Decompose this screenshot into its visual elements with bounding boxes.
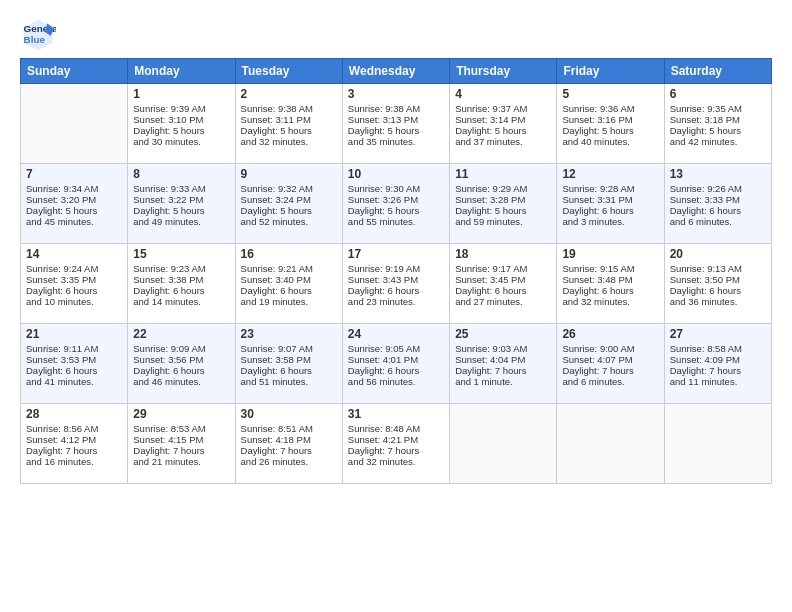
cell-info-line: Sunrise: 9:07 AM: [241, 343, 337, 354]
calendar-cell: 3Sunrise: 9:38 AMSunset: 3:13 PMDaylight…: [342, 84, 449, 164]
cell-day-number: 13: [670, 167, 766, 181]
cell-day-number: 15: [133, 247, 229, 261]
cell-info-line: Daylight: 7 hours: [26, 445, 122, 456]
day-header-friday: Friday: [557, 59, 664, 84]
cell-day-number: 4: [455, 87, 551, 101]
cell-day-number: 5: [562, 87, 658, 101]
cell-info-line: Daylight: 7 hours: [133, 445, 229, 456]
calendar-cell: 24Sunrise: 9:05 AMSunset: 4:01 PMDayligh…: [342, 324, 449, 404]
cell-info-line: Sunrise: 9:00 AM: [562, 343, 658, 354]
cell-info-line: Daylight: 5 hours: [133, 125, 229, 136]
cell-info-line: Daylight: 6 hours: [26, 365, 122, 376]
cell-info-line: Daylight: 7 hours: [670, 365, 766, 376]
cell-info-line: and 51 minutes.: [241, 376, 337, 387]
cell-info-line: Daylight: 6 hours: [562, 205, 658, 216]
cell-info-line: and 32 minutes.: [241, 136, 337, 147]
calendar-cell: 22Sunrise: 9:09 AMSunset: 3:56 PMDayligh…: [128, 324, 235, 404]
cell-info-line: Sunrise: 8:51 AM: [241, 423, 337, 434]
cell-info-line: Sunrise: 9:38 AM: [241, 103, 337, 114]
cell-info-line: and 56 minutes.: [348, 376, 444, 387]
calendar-cell: 31Sunrise: 8:48 AMSunset: 4:21 PMDayligh…: [342, 404, 449, 484]
cell-info-line: Daylight: 6 hours: [348, 285, 444, 296]
calendar-cell: 28Sunrise: 8:56 AMSunset: 4:12 PMDayligh…: [21, 404, 128, 484]
calendar-cell: 6Sunrise: 9:35 AMSunset: 3:18 PMDaylight…: [664, 84, 771, 164]
cell-info-line: Daylight: 5 hours: [455, 205, 551, 216]
cell-info-line: Daylight: 5 hours: [133, 205, 229, 216]
cell-day-number: 17: [348, 247, 444, 261]
cell-day-number: 26: [562, 327, 658, 341]
cell-info-line: and 32 minutes.: [562, 296, 658, 307]
week-row-2: 7Sunrise: 9:34 AMSunset: 3:20 PMDaylight…: [21, 164, 772, 244]
cell-info-line: and 49 minutes.: [133, 216, 229, 227]
cell-day-number: 29: [133, 407, 229, 421]
cell-info-line: Sunrise: 8:56 AM: [26, 423, 122, 434]
calendar-cell: 1Sunrise: 9:39 AMSunset: 3:10 PMDaylight…: [128, 84, 235, 164]
logo-icon: General Blue: [20, 16, 56, 52]
cell-info-line: and 42 minutes.: [670, 136, 766, 147]
calendar-cell: [664, 404, 771, 484]
calendar-cell: 25Sunrise: 9:03 AMSunset: 4:04 PMDayligh…: [450, 324, 557, 404]
svg-text:Blue: Blue: [24, 34, 46, 45]
cell-day-number: 24: [348, 327, 444, 341]
calendar-cell: 2Sunrise: 9:38 AMSunset: 3:11 PMDaylight…: [235, 84, 342, 164]
calendar-cell: 19Sunrise: 9:15 AMSunset: 3:48 PMDayligh…: [557, 244, 664, 324]
cell-info-line: Daylight: 7 hours: [241, 445, 337, 456]
cell-info-line: Sunset: 3:48 PM: [562, 274, 658, 285]
calendar-cell: 12Sunrise: 9:28 AMSunset: 3:31 PMDayligh…: [557, 164, 664, 244]
calendar-cell: 5Sunrise: 9:36 AMSunset: 3:16 PMDaylight…: [557, 84, 664, 164]
day-header-monday: Monday: [128, 59, 235, 84]
cell-info-line: Sunrise: 9:33 AM: [133, 183, 229, 194]
cell-info-line: and 46 minutes.: [133, 376, 229, 387]
cell-info-line: and 35 minutes.: [348, 136, 444, 147]
page: General Blue SundayMondayTuesdayWednesda…: [0, 0, 792, 494]
calendar-cell: 4Sunrise: 9:37 AMSunset: 3:14 PMDaylight…: [450, 84, 557, 164]
calendar-cell: 11Sunrise: 9:29 AMSunset: 3:28 PMDayligh…: [450, 164, 557, 244]
day-header-wednesday: Wednesday: [342, 59, 449, 84]
cell-info-line: Sunset: 4:21 PM: [348, 434, 444, 445]
cell-info-line: Sunrise: 9:15 AM: [562, 263, 658, 274]
cell-info-line: and 32 minutes.: [348, 456, 444, 467]
logo: General Blue: [20, 16, 60, 52]
calendar-table: SundayMondayTuesdayWednesdayThursdayFrid…: [20, 58, 772, 484]
cell-info-line: Sunrise: 9:26 AM: [670, 183, 766, 194]
cell-info-line: Daylight: 5 hours: [26, 205, 122, 216]
cell-info-line: Sunrise: 9:32 AM: [241, 183, 337, 194]
cell-info-line: Sunset: 3:24 PM: [241, 194, 337, 205]
cell-info-line: Sunset: 3:18 PM: [670, 114, 766, 125]
day-header-tuesday: Tuesday: [235, 59, 342, 84]
cell-info-line: Sunrise: 9:35 AM: [670, 103, 766, 114]
cell-info-line: and 59 minutes.: [455, 216, 551, 227]
cell-day-number: 22: [133, 327, 229, 341]
cell-day-number: 27: [670, 327, 766, 341]
cell-info-line: Sunrise: 9:34 AM: [26, 183, 122, 194]
cell-info-line: Daylight: 5 hours: [241, 205, 337, 216]
calendar-cell: 30Sunrise: 8:51 AMSunset: 4:18 PMDayligh…: [235, 404, 342, 484]
cell-info-line: Sunrise: 9:09 AM: [133, 343, 229, 354]
header-row: SundayMondayTuesdayWednesdayThursdayFrid…: [21, 59, 772, 84]
day-header-sunday: Sunday: [21, 59, 128, 84]
cell-info-line: Sunrise: 9:13 AM: [670, 263, 766, 274]
cell-info-line: and 55 minutes.: [348, 216, 444, 227]
cell-info-line: Daylight: 6 hours: [670, 285, 766, 296]
cell-info-line: Daylight: 5 hours: [562, 125, 658, 136]
calendar-cell: 21Sunrise: 9:11 AMSunset: 3:53 PMDayligh…: [21, 324, 128, 404]
cell-info-line: Sunset: 3:45 PM: [455, 274, 551, 285]
calendar-cell: 18Sunrise: 9:17 AMSunset: 3:45 PMDayligh…: [450, 244, 557, 324]
cell-info-line: and 40 minutes.: [562, 136, 658, 147]
day-header-saturday: Saturday: [664, 59, 771, 84]
cell-info-line: Sunrise: 9:05 AM: [348, 343, 444, 354]
cell-info-line: Sunset: 3:20 PM: [26, 194, 122, 205]
cell-info-line: and 6 minutes.: [562, 376, 658, 387]
cell-info-line: Sunset: 3:31 PM: [562, 194, 658, 205]
cell-info-line: Sunrise: 9:11 AM: [26, 343, 122, 354]
cell-info-line: Sunset: 3:33 PM: [670, 194, 766, 205]
cell-info-line: Daylight: 5 hours: [348, 205, 444, 216]
cell-day-number: 31: [348, 407, 444, 421]
cell-info-line: Sunset: 3:43 PM: [348, 274, 444, 285]
cell-info-line: and 14 minutes.: [133, 296, 229, 307]
cell-day-number: 16: [241, 247, 337, 261]
cell-info-line: and 27 minutes.: [455, 296, 551, 307]
cell-info-line: Sunset: 3:56 PM: [133, 354, 229, 365]
calendar-cell: 16Sunrise: 9:21 AMSunset: 3:40 PMDayligh…: [235, 244, 342, 324]
cell-day-number: 25: [455, 327, 551, 341]
